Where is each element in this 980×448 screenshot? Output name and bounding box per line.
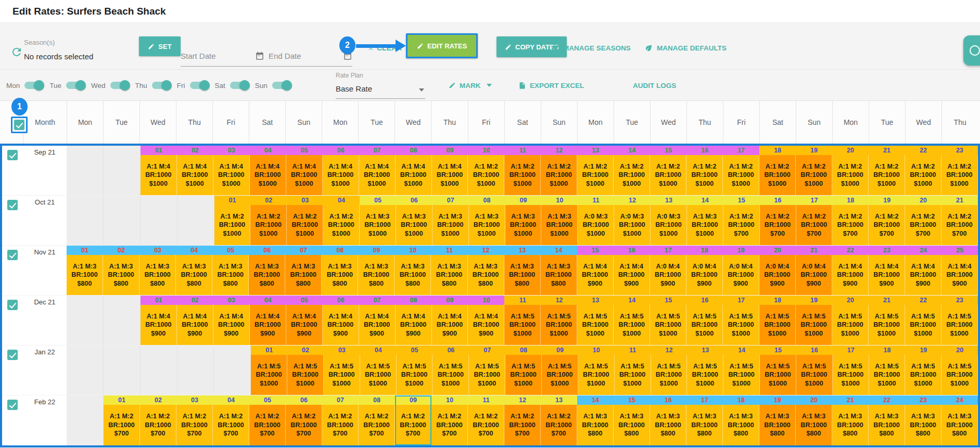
row-checkbox[interactable] (7, 400, 18, 410)
rate-cell[interactable]: 03A:1 M:2BR:1000$700 (176, 395, 213, 445)
rate-cell[interactable]: 14A:1 M:2BR:1000$1000 (614, 146, 650, 195)
rate-cell[interactable]: 18A:0 M:4BR:1000$900 (686, 246, 723, 295)
day-toggle-thu[interactable] (152, 80, 171, 91)
rate-cell[interactable]: 24A:1 M:3BR:1000$800 (941, 395, 978, 445)
rate-cell[interactable]: 05A:1 M:4BR:1000$1000 (286, 146, 323, 195)
select-all-checkbox[interactable] (14, 120, 24, 130)
rate-cell[interactable]: 19A:1 M:2BR:1000$700 (869, 196, 905, 245)
set-button[interactable]: SET (139, 36, 181, 56)
rate-cell[interactable]: 02A:1 M:2BR:1000$700 (140, 395, 176, 445)
rate-cell[interactable]: 04A:1 M:4BR:1000$900 (250, 296, 286, 345)
rate-cell[interactable]: 11A:1 M:2BR:1000$1000 (504, 146, 541, 195)
rate-cell[interactable]: 24A:1 M:4BR:1000$900 (905, 246, 941, 295)
rate-cell[interactable]: 01A:1 M:2BR:1000$1000 (214, 196, 251, 245)
refresh-icon[interactable] (10, 46, 23, 58)
day-toggle-fri[interactable] (190, 80, 209, 91)
rate-cell[interactable]: 09A:1 M:4BR:1000$1000 (432, 146, 468, 195)
manage-seasons-link[interactable]: MANAGE SEASONS (551, 42, 631, 54)
rate-cell[interactable]: 18A:1 M:5BR:1000$1000 (759, 296, 796, 345)
rate-cell[interactable]: 19A:1 M:2BR:1000$1000 (796, 146, 832, 195)
mark-button[interactable]: MARK (449, 78, 492, 93)
rate-cell[interactable]: 10A:1 M:3BR:1000$800 (394, 246, 431, 295)
row-checkbox[interactable] (7, 150, 18, 160)
rate-cell[interactable]: 02A:1 M:5BR:1000$1000 (287, 345, 324, 395)
audit-logs-button[interactable]: AUDIT LOGS (633, 78, 676, 93)
rate-cell[interactable]: 10A:1 M:2BR:1000$1000 (468, 146, 504, 195)
day-toggle-mon[interactable] (24, 80, 43, 91)
row-checkbox[interactable] (7, 250, 18, 260)
rate-cell[interactable]: 08A:1 M:4BR:1000$1000 (396, 146, 432, 195)
manage-defaults-link[interactable]: MANAGE DEFAULTS (644, 42, 727, 54)
rate-cell[interactable]: 23A:1 M:4BR:1000$900 (869, 246, 905, 295)
rate-cell[interactable]: 05A:1 M:4BR:1000$900 (286, 296, 323, 345)
rate-cell[interactable]: 05A:1 M:2BR:1000$700 (249, 395, 286, 445)
rate-cell[interactable]: 21A:0 M:4BR:1000$900 (796, 246, 832, 295)
rate-cell[interactable]: 19A:1 M:5BR:1000$1000 (905, 345, 941, 395)
rate-cell[interactable]: 15A:1 M:3BR:1000$800 (614, 395, 650, 445)
row-checkbox[interactable] (7, 200, 18, 210)
rate-cell[interactable]: 20A:1 M:2BR:1000$700 (905, 196, 941, 245)
rate-cell[interactable]: 11A:1 M:2BR:1000$700 (468, 395, 504, 445)
rate-cell[interactable]: 02A:1 M:3BR:1000$800 (103, 246, 139, 295)
rate-cell[interactable]: 06A:1 M:3BR:1000$800 (249, 246, 285, 295)
start-date-input[interactable] (181, 52, 255, 60)
rate-cell[interactable]: 01A:1 M:3BR:1000$800 (67, 246, 103, 295)
rate-cell[interactable]: 15A:1 M:5BR:1000$1000 (650, 296, 686, 345)
rate-cell[interactable]: 22A:1 M:2BR:1000$1000 (905, 146, 941, 195)
rate-cell[interactable]: 16A:1 M:2BR:1000$1000 (686, 146, 723, 195)
rate-cell[interactable]: 14A:1 M:5BR:1000$1000 (723, 345, 760, 395)
rate-cell[interactable]: 05A:1 M:3BR:1000$1000 (360, 196, 396, 245)
rate-cell[interactable]: 13A:1 M:3BR:1000$800 (504, 246, 541, 295)
rate-cell[interactable]: 16A:1 M:3BR:1000$800 (650, 395, 686, 445)
rate-cell[interactable]: 11A:1 M:3BR:1000$800 (431, 246, 467, 295)
rate-cell[interactable]: 18A:1 M:3BR:1000$800 (723, 395, 759, 445)
day-toggle-sun[interactable] (272, 80, 291, 91)
rate-cell[interactable]: 05A:1 M:5BR:1000$1000 (397, 345, 433, 395)
rate-cell[interactable]: 17A:0 M:4BR:1000$900 (650, 246, 686, 295)
row-checkbox[interactable] (7, 300, 18, 310)
rate-cell[interactable]: 10A:1 M:3BR:1000$1000 (541, 196, 578, 245)
rate-cell[interactable]: 19A:0 M:4BR:1000$900 (723, 246, 759, 295)
rate-cell[interactable]: 01A:1 M:2BR:1000$700 (104, 395, 140, 445)
rate-cell[interactable]: 13A:1 M:5BR:1000$1000 (687, 345, 723, 395)
floating-action-button[interactable] (963, 35, 980, 66)
rate-cell[interactable]: 21A:1 M:5BR:1000$1000 (869, 296, 905, 345)
rate-cell[interactable]: 17A:1 M:3BR:1000$800 (686, 395, 723, 445)
rate-cell[interactable]: 23A:1 M:3BR:1000$800 (905, 395, 941, 445)
rate-cell[interactable]: 04A:1 M:4BR:1000$1000 (250, 146, 286, 195)
rate-cell[interactable]: 07A:1 M:5BR:1000$1000 (469, 345, 505, 395)
rate-cell[interactable]: 09A:1 M:3BR:1000$1000 (505, 196, 542, 245)
rate-cell[interactable]: 10A:1 M:2BR:1000$700 (431, 395, 468, 445)
rate-cell[interactable]: 01A:1 M:4BR:1000$900 (141, 296, 177, 345)
rate-cell[interactable]: 21A:1 M:3BR:1000$800 (832, 395, 869, 445)
rate-cell[interactable]: 16A:1 M:5BR:1000$1000 (796, 345, 833, 395)
rate-cell[interactable]: 15A:1 M:5BR:1000$1000 (760, 345, 796, 395)
rate-cell[interactable]: 11A:0 M:3BR:1000$1000 (578, 196, 614, 245)
rate-cell[interactable]: 02A:1 M:2BR:1000$1000 (250, 196, 287, 245)
rate-cell[interactable]: 01A:1 M:4BR:1000$1000 (141, 146, 177, 195)
calendar-icon[interactable] (255, 52, 264, 61)
rate-cell[interactable]: 14A:1 M:5BR:1000$1000 (614, 296, 650, 345)
rate-cell[interactable]: 06A:1 M:5BR:1000$1000 (432, 345, 469, 395)
rate-cell[interactable]: 15A:1 M:2BR:1000$1000 (650, 146, 686, 195)
rate-cell[interactable]: 20A:1 M:5BR:1000$1000 (941, 345, 978, 395)
rate-cell[interactable]: 04A:1 M:2BR:1000$700 (213, 395, 249, 445)
rate-cell[interactable]: 06A:1 M:2BR:1000$700 (286, 395, 322, 445)
rate-cell[interactable]: 04A:1 M:5BR:1000$1000 (360, 345, 397, 395)
rate-plan-select[interactable]: Rate Plan Base Rate (336, 71, 425, 99)
rate-cell[interactable]: 12A:1 M:5BR:1000$1000 (541, 296, 577, 345)
rate-cell[interactable]: 20A:1 M:5BR:1000$1000 (832, 296, 869, 345)
rate-cell[interactable]: 08A:1 M:2BR:1000$700 (359, 395, 395, 445)
rate-cell[interactable]: 07A:1 M:2BR:1000$700 (322, 395, 359, 445)
rate-cell[interactable]: 13A:1 M:5BR:1000$1000 (577, 296, 614, 345)
rate-cell[interactable]: 06A:1 M:4BR:1000$900 (323, 296, 359, 345)
rate-cell[interactable]: 18A:1 M:2BR:1000$700 (832, 196, 869, 245)
rate-cell[interactable]: 01A:1 M:5BR:1000$1000 (251, 345, 287, 395)
rate-cell[interactable]: 12A:1 M:2BR:1000$1000 (541, 146, 577, 195)
rate-cell[interactable]: 13A:1 M:2BR:1000$1000 (577, 146, 614, 195)
rate-cell[interactable]: 15A:1 M:4BR:1000$900 (577, 246, 614, 295)
day-toggle-sat[interactable] (230, 80, 249, 91)
rate-cell[interactable]: 02A:1 M:4BR:1000$900 (177, 296, 213, 345)
rate-cell[interactable]: 07A:1 M:4BR:1000$900 (359, 296, 396, 345)
rate-cell[interactable]: 19A:1 M:5BR:1000$1000 (796, 296, 832, 345)
